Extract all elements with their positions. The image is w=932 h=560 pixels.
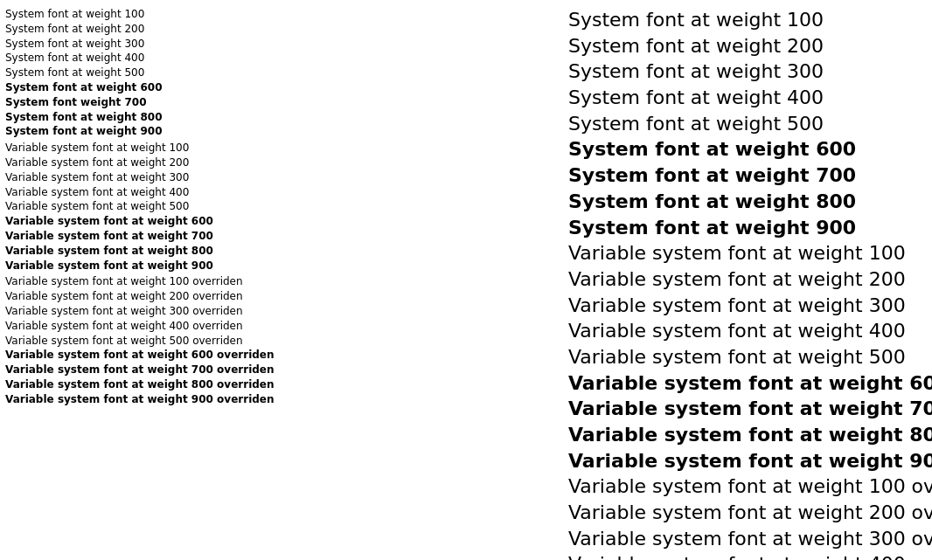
left-variable-w600: Variable system font at weight 600	[5, 214, 275, 229]
left-variable-override-w900: Variable system font at weight 900 overr…	[5, 392, 275, 407]
right-variable-w700: Variable system font at weight 700	[568, 396, 932, 422]
right-variable-w400: Variable system font at weight 400	[568, 318, 932, 344]
right-system-w200: System font at weight 200	[568, 33, 932, 59]
left-variable-override-w600: Variable system font at weight 600 overr…	[5, 348, 275, 363]
left-system-w600: System font at weight 600	[5, 80, 275, 95]
right-variable-w200: Variable system font at weight 200	[568, 266, 932, 293]
right-variable-w900: Variable system font at weight 900	[568, 448, 932, 474]
left-system-w200: System font at weight 200	[5, 22, 275, 37]
left-variable-override-w100: Variable system font at weight 100 overr…	[5, 274, 275, 289]
left-variable-w100: Variable system font at weight 100	[5, 141, 275, 156]
left-variable-w200: Variable system font at weight 200	[5, 156, 275, 170]
right-system-w400: System font at weight 400	[568, 85, 932, 111]
left-variable-override-w800: Variable system font at weight 800 overr…	[5, 377, 275, 392]
left-system-w400: System font at weight 400	[5, 51, 275, 66]
left-variable-override-w400: Variable system font at weight 400 overr…	[5, 319, 275, 334]
left-system-w700: System font weight 700	[5, 95, 275, 110]
right-variable-w100: Variable system font at weight 100	[568, 240, 932, 266]
right-column: System font at weight 100 System font at…	[568, 7, 932, 560]
right-variable-override-w400: Variable system font at weight 400 overr…	[568, 551, 932, 560]
right-system-w900: System font at weight 900	[568, 215, 932, 241]
left-system-w500: System font at weight 500	[5, 66, 275, 80]
right-variable-w800: Variable system font at weight 800	[568, 422, 932, 448]
right-system-w800: System font at weight 800	[568, 189, 932, 215]
left-system-w900: System font at weight 900	[5, 124, 275, 139]
right-system-w700: System font at weight 700	[568, 162, 932, 189]
left-variable-w800: Variable system font at weight 800	[5, 244, 275, 259]
left-variable-override-w300: Variable system font at weight 300 overr…	[5, 304, 275, 319]
right-system-w300: System font at weight 300	[568, 59, 932, 85]
right-system-w600: System font at weight 600	[568, 136, 932, 162]
right-variable-w600: Variable system font at weight 600	[568, 370, 932, 397]
right-variable-w300: Variable system font at weight 300	[568, 293, 932, 319]
left-variable-w700: Variable system font at weight 700	[5, 229, 275, 244]
right-variable-override-w100: Variable system font at weight 100 overr…	[568, 474, 932, 500]
left-system-w300: System font at weight 300	[5, 37, 275, 52]
right-variable-override-w300: Variable system font at weight 300 overr…	[568, 526, 932, 552]
right-system-w100: System font at weight 100	[568, 7, 932, 33]
left-column: System font at weight 100 System font at…	[5, 7, 275, 407]
left-variable-w400: Variable system font at weight 400	[5, 185, 275, 200]
right-variable-override-w200: Variable system font at weight 200 overr…	[568, 500, 932, 526]
left-variable-w900: Variable system font at weight 900	[5, 259, 275, 273]
left-system-w100: System font at weight 100	[5, 7, 275, 22]
left-variable-w300: Variable system font at weight 300	[5, 170, 275, 185]
left-system-w800: System font at weight 800	[5, 110, 275, 125]
right-variable-w500: Variable system font at weight 500	[568, 344, 932, 370]
left-variable-override-w200: Variable system font at weight 200 overr…	[5, 289, 275, 304]
left-variable-override-w700: Variable system font at weight 700 overr…	[5, 363, 275, 377]
left-variable-w500: Variable system font at weight 500	[5, 199, 275, 214]
left-variable-override-w500: Variable system font at weight 500 overr…	[5, 334, 275, 349]
right-system-w500: System font at weight 500	[568, 111, 932, 137]
